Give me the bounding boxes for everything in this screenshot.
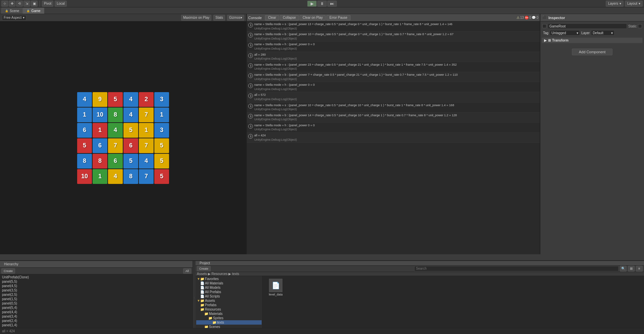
grid-cell[interactable]: 4 — [123, 92, 138, 107]
hierarchy-item[interactable]: panel(2,5) — [1, 292, 192, 297]
clear-on-play-button[interactable]: Clear on Play — [300, 15, 326, 20]
layer-dropdown[interactable]: Default ▾ — [591, 30, 614, 36]
play-button[interactable]: ▶ — [307, 1, 317, 7]
grid-cell[interactable]: 1 — [139, 123, 154, 138]
hierarchy-item[interactable]: UnitPrefab(Clone) — [1, 275, 192, 279]
grid-cell[interactable]: 8 — [123, 169, 138, 184]
grid-cell[interactable]: 10 — [77, 169, 92, 184]
grid-cell[interactable]: 9 — [93, 92, 107, 107]
local-button[interactable]: Local — [55, 1, 67, 7]
grid-cell[interactable]: 3 — [154, 92, 169, 107]
static-checkbox[interactable] — [638, 24, 642, 28]
hierarchy-item[interactable]: panel(5,5) — [1, 279, 192, 284]
grid-cell[interactable]: 10 — [93, 108, 107, 122]
project-create-button[interactable]: Create — [197, 266, 211, 271]
grid-cell[interactable]: 4 — [139, 154, 154, 169]
grid-cell[interactable]: 5 — [108, 92, 123, 107]
grid-cell[interactable]: 5 — [154, 169, 169, 184]
grid-cell[interactable]: 6 — [77, 123, 92, 138]
grid-cell[interactable]: 4 — [123, 108, 138, 122]
asset-tree-item[interactable]: 📁 texts — [196, 320, 262, 325]
assets-folder[interactable]: ▼📁 Assets — [196, 298, 262, 303]
favorites-item[interactable]: 📄 All Prefabs — [196, 290, 262, 294]
favorites-item[interactable]: 📄 All Models — [196, 285, 262, 290]
console-entry[interactable]: ℹ all = 572 UnityEngine.Debug:Log(Object… — [247, 92, 540, 102]
console-entry[interactable]: ℹ name = Stella mode = h : (panel_power … — [247, 82, 540, 92]
hierarchy-item[interactable]: panel(4,5) — [1, 284, 192, 288]
project-search-input[interactable] — [414, 266, 619, 271]
pause-button[interactable]: ⏸ — [317, 1, 327, 7]
layers-dropdown[interactable]: Layers ▾ — [606, 1, 624, 7]
grid-cell[interactable]: 5 — [154, 154, 169, 169]
hierarchy-item[interactable]: panel(2,4) — [1, 319, 192, 323]
filter-icon[interactable]: ⊞ — [628, 266, 635, 272]
grid-cell[interactable]: 5 — [154, 138, 169, 153]
hierarchy-item[interactable]: panel(3,5) — [1, 288, 192, 292]
file-item[interactable]: 📄 level_data — [264, 277, 287, 297]
unity-logo[interactable]: ⊹ — [1, 1, 8, 7]
console-entry[interactable]: ℹ name = Stella mode = h : (panel_power … — [247, 42, 540, 52]
hierarchy-tab[interactable]: Hierarchy — [1, 261, 21, 267]
grid-cell[interactable]: 5 — [77, 138, 92, 153]
layout-dropdown[interactable]: Layout ▾ — [625, 1, 643, 7]
asset-tree-item[interactable]: 📁 Resources — [196, 307, 262, 312]
console-entry[interactable]: ℹ all = 280 UnityEngine.Debug:Log(Object… — [247, 52, 540, 62]
grid-cell[interactable]: 7 — [139, 108, 154, 122]
hierarchy-item[interactable]: panel(3,4) — [1, 314, 192, 319]
hierarchy-item[interactable]: panel(1,5) — [1, 297, 192, 301]
add-component-button[interactable]: Add Component — [572, 49, 613, 55]
maximize-on-play-button[interactable]: Maximize on Play — [181, 15, 211, 21]
tab-game[interactable]: 🔒 Game — [23, 8, 44, 14]
grid-cell[interactable]: 7 — [139, 169, 154, 184]
console-entry[interactable]: ℹ name = Stella mode = s : (panel_power … — [247, 103, 540, 113]
tab-scene[interactable]: 🔒 Scene — [1, 8, 23, 14]
grid-cell[interactable]: 6 — [108, 154, 123, 169]
clear-button[interactable]: Clear — [265, 15, 279, 20]
grid-cell[interactable]: 4 — [77, 92, 92, 107]
active-checkbox[interactable] — [542, 24, 546, 28]
aspect-dropdown[interactable]: Free Aspect ▾ — [2, 15, 26, 20]
move-tool[interactable]: ✥ — [9, 1, 15, 7]
grid-cell[interactable]: 7 — [108, 138, 123, 153]
hierarchy-item[interactable]: panel(0,5) — [1, 301, 192, 306]
grid-cell[interactable]: 6 — [93, 138, 107, 153]
console-entry[interactable]: ℹ name = Stella mode = b : (panel_power … — [247, 31, 540, 42]
search-icon[interactable]: 🔍 — [620, 266, 627, 272]
rotate-tool[interactable]: ⟲ — [16, 1, 23, 7]
object-name-input[interactable] — [548, 23, 627, 29]
console-entry[interactable]: ℹ name = Stella mode = h : (panel_power … — [247, 123, 540, 133]
console-entry[interactable]: ℹ name = Stella mode = s : (panel_power … — [247, 21, 540, 31]
hierarchy-item[interactable]: panel(5,4) — [1, 306, 192, 310]
favorites-item[interactable]: 📄 All Materials — [196, 281, 262, 285]
grid-cell[interactable]: 5 — [123, 154, 138, 169]
view-toggle-icon[interactable]: ≡ — [636, 266, 643, 272]
grid-cell[interactable]: 2 — [139, 92, 154, 107]
hierarchy-create-button[interactable]: Create — [1, 268, 15, 274]
grid-cell[interactable]: 4 — [108, 169, 123, 184]
asset-tree-item[interactable]: 📁 Prefabs — [196, 303, 262, 307]
pivot-button[interactable]: Pivot — [42, 1, 53, 7]
rect-tool[interactable]: ▣ — [31, 1, 38, 7]
console-entry[interactable]: ℹ all = 424 UnityEngine.Debug:Log(Object… — [247, 133, 540, 143]
favorites-folder[interactable]: ▼📁 Favorites — [196, 277, 262, 281]
grid-cell[interactable]: 6 — [123, 138, 138, 153]
console-content[interactable]: ℹ name = Stella mode = s : (panel_power … — [247, 21, 540, 254]
grid-cell[interactable]: 8 — [77, 154, 92, 169]
grid-cell[interactable]: 1 — [154, 108, 169, 122]
grid-cell[interactable]: 1 — [93, 123, 107, 138]
grid-cell[interactable]: 1 — [77, 108, 92, 122]
resize-handle[interactable]: ⋮ — [193, 261, 196, 334]
asset-tree-item[interactable]: 📁 Materials — [196, 312, 262, 316]
grid-cell[interactable]: 8 — [108, 108, 123, 122]
favorites-item[interactable]: 📄 All Scripts — [196, 294, 262, 298]
step-button[interactable]: ⏭ — [327, 1, 337, 7]
stats-button[interactable]: Stats — [213, 15, 225, 21]
grid-cell[interactable]: 7 — [139, 138, 154, 153]
collapse-button[interactable]: Collapse — [280, 15, 299, 20]
hierarchy-all-button[interactable]: All — [183, 268, 191, 274]
console-entry[interactable]: ℹ name = Stella mode = s : (panel_power … — [247, 62, 540, 72]
error-pause-button[interactable]: Error Pause — [326, 15, 350, 20]
grid-cell[interactable]: 1 — [93, 169, 107, 184]
grid-cell[interactable]: 3 — [154, 123, 169, 138]
tag-dropdown[interactable]: Untagged ▾ — [550, 30, 580, 36]
